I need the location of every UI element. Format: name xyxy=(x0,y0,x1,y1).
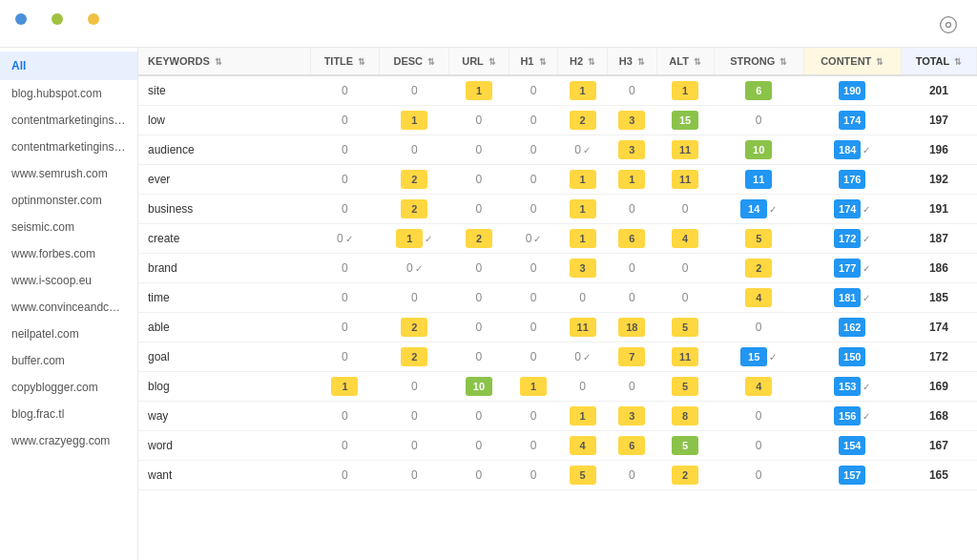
h2-cell: 1 xyxy=(558,165,608,195)
legend-item-opportunities xyxy=(88,13,105,25)
col-header-content[interactable]: CONTENT ⇅ xyxy=(803,48,901,75)
sidebar-item-6[interactable]: seismic.com xyxy=(0,214,137,240)
sidebar-item-14[interactable]: www.crazyegg.com xyxy=(0,427,137,454)
title-cell: 0 xyxy=(310,431,380,461)
h1-cell: 0 xyxy=(509,165,558,195)
url-cell: 0 xyxy=(449,313,509,342)
strong-cell: 0 xyxy=(714,431,803,461)
url-cell: 2 xyxy=(449,224,509,254)
alt-cell: 1 xyxy=(656,75,714,106)
content-cell: 181✓ xyxy=(803,283,901,313)
keyword-cell: blog xyxy=(138,372,310,402)
col-header-h3[interactable]: H3 ⇅ xyxy=(607,48,656,75)
table-row: low 0 1 0 0 2 3 15 0 174 197 xyxy=(138,106,977,135)
table-row: able 0 2 0 0 11 18 5 0 162 174 xyxy=(138,313,977,342)
title-cell: 0 xyxy=(310,195,380,224)
h3-cell: 3 xyxy=(607,402,656,431)
col-header-h2[interactable]: H2 ⇅ xyxy=(558,48,608,75)
col-header-title[interactable]: TITLE ⇅ xyxy=(310,48,380,75)
desc-cell: 0 xyxy=(380,372,449,402)
sidebar-item-9[interactable]: www.convinceandconvert.com xyxy=(0,294,137,321)
content-cell: 190 xyxy=(803,75,901,106)
title-cell: 0 xyxy=(310,342,380,372)
strong-cell: 11 xyxy=(714,165,803,195)
alt-cell: 11 xyxy=(656,135,714,165)
h1-cell: 1 xyxy=(509,372,558,402)
h3-cell: 3 xyxy=(607,106,656,135)
sidebar-item-all[interactable]: All xyxy=(0,52,137,80)
h3-cell: 18 xyxy=(607,313,656,342)
h1-cell: 0 xyxy=(509,342,558,372)
alt-cell: 11 xyxy=(656,165,714,195)
sidebar-item-3[interactable]: contentmarketinginstitute.com xyxy=(0,134,137,160)
keyword-cell: way xyxy=(138,402,310,431)
col-header-total[interactable]: TOTAL ⇅ xyxy=(901,48,976,75)
col-header-alt[interactable]: ALT ⇅ xyxy=(656,48,714,75)
strong-cell: 4 xyxy=(714,283,803,313)
h2-cell: 1 xyxy=(558,402,608,431)
strong-cell: 0 xyxy=(714,402,803,431)
h1-cell: 0✓ xyxy=(509,224,558,254)
h2-cell: 5 xyxy=(558,461,608,490)
total-cell: 172 xyxy=(901,342,976,372)
keyword-cell: create xyxy=(138,224,310,254)
legend-dot-green xyxy=(52,13,63,25)
total-cell: 192 xyxy=(901,165,976,195)
desc-cell: 0 xyxy=(380,75,449,106)
h3-cell: 6 xyxy=(607,224,656,254)
table-row: ever 0 2 0 0 1 1 11 11 176 192 xyxy=(138,165,977,195)
sidebar: Allblog.hubspot.comcontentmarketinginsti… xyxy=(0,48,138,560)
table-row: word 0 0 0 0 4 6 5 0 154 167 xyxy=(138,431,977,461)
h2-cell: 11 xyxy=(558,313,608,342)
sidebar-item-2[interactable]: contentmarketinginstitute.com xyxy=(0,107,137,134)
col-header-strong[interactable]: STRONG ⇅ xyxy=(714,48,803,75)
desc-cell: 0 xyxy=(380,402,449,431)
sidebar-item-10[interactable]: neilpatel.com xyxy=(0,321,137,347)
keyword-cell: ever xyxy=(138,165,310,195)
content-cell: 157 xyxy=(803,461,901,490)
strong-cell: 0 xyxy=(714,106,803,135)
h1-cell: 0 xyxy=(509,106,558,135)
content-cell: 174✓ xyxy=(803,195,901,224)
h2-cell: 4 xyxy=(558,431,608,461)
content-cell: 156✓ xyxy=(803,402,901,431)
sidebar-item-11[interactable]: buffer.com xyxy=(0,347,137,374)
keyword-cell: audience xyxy=(138,135,310,165)
title-cell: 0 xyxy=(310,313,380,342)
svg-point-0 xyxy=(941,17,957,33)
sidebar-item-7[interactable]: www.forbes.com xyxy=(0,240,137,267)
content-cell: 177✓ xyxy=(803,254,901,283)
url-cell: 1 xyxy=(449,75,509,106)
sidebar-item-13[interactable]: blog.frac.tl xyxy=(0,401,137,427)
title-cell: 0✓ xyxy=(310,224,380,254)
total-cell: 196 xyxy=(901,135,976,165)
total-cell: 185 xyxy=(901,283,976,313)
h1-cell: 0 xyxy=(509,254,558,283)
alt-cell: 5 xyxy=(656,372,714,402)
strong-cell: 10 xyxy=(714,135,803,165)
content-area: KEYWORDS ⇅ TITLE ⇅ DESC ⇅ URL ⇅ H1 ⇅ H2 … xyxy=(138,48,977,560)
url-cell: 0 xyxy=(449,254,509,283)
col-header-h1[interactable]: H1 ⇅ xyxy=(509,48,558,75)
sidebar-item-5[interactable]: optinmonster.com xyxy=(0,187,137,214)
strong-cell: 0 xyxy=(714,461,803,490)
col-header-desc[interactable]: DESC ⇅ xyxy=(380,48,449,75)
h3-cell: 0 xyxy=(607,75,656,106)
total-cell: 201 xyxy=(901,75,976,106)
sidebar-item-8[interactable]: www.i-scoop.eu xyxy=(0,267,137,294)
settings-icon[interactable] xyxy=(935,11,962,41)
sidebar-item-12[interactable]: copyblogger.com xyxy=(0,374,137,401)
keyword-cell: word xyxy=(138,431,310,461)
strong-cell: 15✓ xyxy=(714,342,803,372)
total-cell: 169 xyxy=(901,372,976,402)
sidebar-item-4[interactable]: www.semrush.com xyxy=(0,160,137,187)
total-cell: 187 xyxy=(901,224,976,254)
sidebar-item-1[interactable]: blog.hubspot.com xyxy=(0,80,137,107)
h2-cell: 3 xyxy=(558,254,608,283)
h3-cell: 3 xyxy=(607,135,656,165)
url-cell: 0 xyxy=(449,165,509,195)
h2-cell: 0✓ xyxy=(558,342,608,372)
col-header-url[interactable]: URL ⇅ xyxy=(449,48,509,75)
col-header-keywords[interactable]: KEYWORDS ⇅ xyxy=(138,48,310,75)
keyword-cell: site xyxy=(138,75,310,106)
